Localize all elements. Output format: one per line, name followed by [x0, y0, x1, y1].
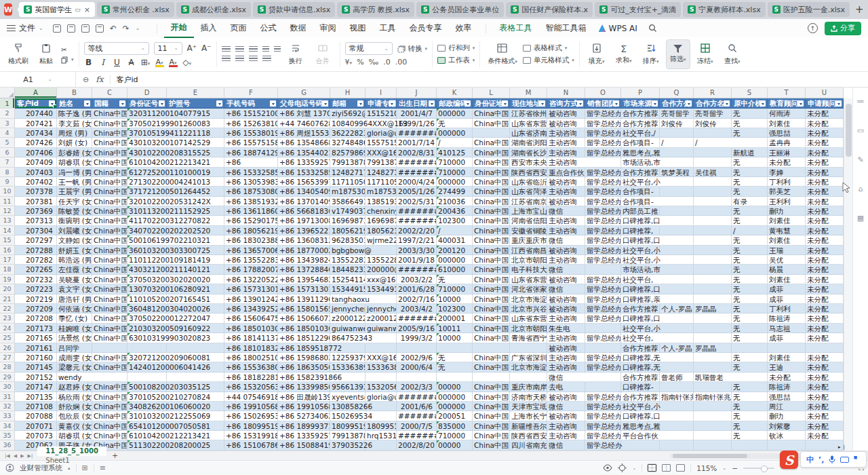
cell-R33[interactable] — [694, 411, 732, 421]
column-header-S[interactable]: S — [732, 88, 768, 98]
select-all-corner[interactable] — [0, 88, 15, 98]
cell-U13[interactable]: 未分配 — [806, 216, 844, 225]
sheet-tab-Sheet1[interactable]: Sheet1 — [37, 456, 106, 466]
cell-S8[interactable]: 无 — [732, 168, 768, 177]
cell-H13[interactable]: 169698712 — [330, 216, 366, 225]
cell-P15[interactable]: 口碑推荐,口 — [621, 235, 660, 245]
file-tab[interactable]: S可过_支付宝+_滴滴 — [595, 2, 681, 17]
cell-Q5[interactable]: / — [660, 138, 694, 147]
cell-J33[interactable]: ######## — [397, 411, 437, 421]
cell-U29[interactable]: 未分配 — [806, 373, 844, 382]
cell-M5[interactable]: 湖南省浏阳 — [510, 138, 547, 147]
cell-I24[interactable]: guiwanwei — [366, 324, 397, 333]
cell-H33[interactable]: 150269534 — [330, 411, 366, 421]
cell-U35[interactable]: 未分配 — [806, 431, 844, 440]
cell-H5[interactable]: 327484864 — [330, 138, 366, 147]
filter-dropdown-icon[interactable] — [429, 100, 435, 107]
column-header-N[interactable]: N — [547, 88, 585, 98]
cell-C9[interactable]: China中国 — [92, 177, 127, 187]
cell-N14[interactable]: 主动咨询 — [547, 226, 585, 235]
cell-B3[interactable]: 李文茹 (女 — [57, 119, 92, 128]
cell-G33[interactable]: +86 52734062 — [278, 411, 330, 421]
cell-B31[interactable]: 杨欣雨 (女 — [57, 392, 92, 402]
cell-Q35[interactable] — [660, 431, 694, 440]
cell-D3[interactable]: 370502199901260083 — [127, 119, 167, 128]
cell-U11[interactable]: 未分配 — [806, 197, 844, 206]
ime-punctuation-icon[interactable]: ’, — [818, 455, 824, 464]
font-color-icon[interactable]: A▾ — [169, 58, 178, 66]
cell-U9[interactable]: 未分配 — [806, 177, 844, 187]
column-header-D[interactable]: D — [127, 88, 167, 98]
cell-A5[interactable]: 207426 — [15, 138, 57, 147]
cell-L3[interactable]: China中国 — [473, 119, 510, 128]
page-break-icon[interactable] — [676, 464, 685, 472]
cell-M24[interactable]: 北京市朝阳 — [510, 324, 547, 333]
cell-D4[interactable]: 370105199411221118 — [127, 128, 167, 138]
cell-U24[interactable]: 未分配 — [806, 324, 844, 333]
column-headers[interactable]: ABCDEFGHIJKLMNOPQRSTU — [0, 88, 844, 98]
export-icon[interactable] — [67, 24, 75, 33]
cell-I21[interactable] — [366, 294, 397, 304]
align-left-icon[interactable] — [222, 56, 231, 62]
cell-C7[interactable]: China中国 — [92, 157, 127, 167]
cell-G5[interactable]: +86 1354866895 — [278, 138, 330, 147]
cell-N7[interactable]: 主动咨询 — [547, 157, 585, 167]
cell-L2[interactable]: China中国 — [473, 109, 510, 118]
cell-C33[interactable]: China中国 — [92, 411, 127, 421]
scrollbar-thumb[interactable] — [673, 454, 747, 458]
row-header-27[interactable]: 27 — [0, 353, 15, 362]
sheet-tab-11_28_5_1000[interactable]: 11_28_5_1000 — [37, 446, 106, 456]
cell-F36[interactable]: +86 15106786 — [224, 440, 278, 450]
cell-J19[interactable]: 2003/2/2 — [397, 275, 437, 284]
cell-A15[interactable]: 207297 — [15, 235, 57, 245]
cell-H9[interactable]: 117110505 — [330, 177, 366, 187]
cell-I35[interactable]: hrq153199 — [366, 431, 397, 440]
last-sheet-icon[interactable]: ▶| — [28, 453, 33, 459]
cell-S24[interactable]: 无 — [732, 324, 768, 333]
cell-G23[interactable]: +86 1506607386 — [278, 314, 330, 323]
increase-indent-icon[interactable] — [274, 46, 281, 53]
cell-I6[interactable]: XXX@163.c — [366, 148, 397, 157]
cell-I23[interactable]: z20001227 — [366, 314, 397, 323]
borders-icon[interactable]: ⊞▾ — [141, 58, 151, 67]
cell-N24[interactable]: 朱生电 — [547, 324, 585, 333]
cell-T24[interactable]: 马志祖 — [768, 324, 806, 333]
cell-F7[interactable]: +86 — [224, 157, 278, 167]
cell-F17[interactable]: +86 13552283 — [224, 255, 278, 265]
increase-decimal-icon[interactable]: .0 — [383, 58, 391, 66]
cell-A6[interactable]: 207406 — [15, 148, 57, 157]
cell-I27[interactable]: XXX@163.c — [366, 353, 397, 362]
cell-T19[interactable]: 刘素佳 — [768, 275, 806, 284]
row-header-15[interactable]: 15 — [0, 235, 15, 245]
cell-Q27[interactable] — [660, 353, 694, 362]
header-cell[interactable]: 教育顾问 — [768, 98, 806, 109]
cell-O7[interactable] — [585, 157, 621, 167]
increase-font-icon[interactable]: A⁺ — [187, 43, 197, 53]
cell-N16[interactable]: 被动咨询 — [547, 246, 585, 255]
filter-dropdown-icon[interactable] — [389, 100, 395, 107]
cell-K24[interactable]: 10011 — [437, 324, 473, 333]
cell-P25[interactable]: 社交平台, — [621, 333, 660, 343]
cell-K10[interactable]: 274499 — [437, 187, 473, 196]
cell-J36[interactable]: 2002/8/20 — [397, 440, 437, 450]
cell-N21[interactable]: 被动咨询 — [547, 294, 585, 304]
cell-U17[interactable]: 未分配 — [806, 255, 844, 265]
cell-P12[interactable]: 内部员工推 — [621, 206, 660, 216]
cell-E26[interactable] — [167, 343, 224, 353]
cell-A10[interactable]: 207378 — [15, 187, 57, 196]
cell-M4[interactable]: 山东省济南 — [510, 128, 547, 138]
cell-G9[interactable]: +86 1565399710 — [278, 177, 330, 187]
cell-T20[interactable]: 成菲 — [768, 284, 806, 294]
cell-I10[interactable]: m1875308 — [366, 187, 397, 196]
cell-N9[interactable]: 被动咨询 — [547, 177, 585, 187]
cell-N30[interactable]: 去电 — [547, 382, 585, 392]
cell-J2[interactable]: 2001/4/7 — [397, 109, 437, 118]
cell-I19[interactable]: xxx@163.cc — [366, 275, 397, 284]
cell-M14[interactable]: 安徽省铜陵 — [510, 226, 547, 235]
cell-M20[interactable]: 河北省张家 — [510, 284, 547, 294]
print-icon[interactable] — [81, 24, 90, 33]
cell-S5[interactable] — [732, 138, 768, 147]
cell-S9[interactable]: 无 — [732, 177, 768, 187]
cell-L15[interactable]: China中国 — [473, 235, 510, 245]
cell-L13[interactable]: China中国 — [473, 216, 510, 225]
